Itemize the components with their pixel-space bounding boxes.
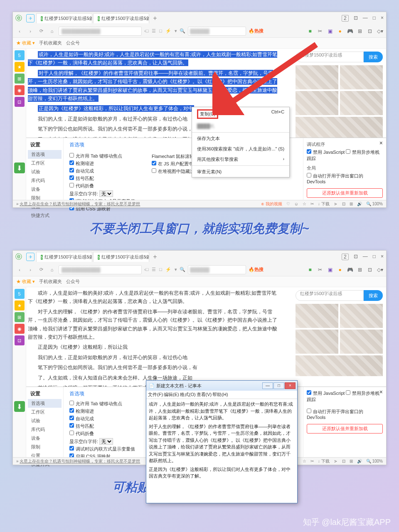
hot-search-button[interactable]: 🔥热搜 [249, 266, 264, 273]
nav-item[interactable]: 工作区 [28, 159, 62, 167]
box-icon[interactable]: ⊡ [366, 27, 374, 35]
nav-item[interactable]: 限制 [28, 443, 62, 451]
tab-close-icon[interactable]: × [144, 254, 147, 260]
thumbnail[interactable] [296, 117, 383, 138]
nav-item[interactable]: 设备 [28, 185, 62, 194]
menu-inspect[interactable]: 审查元素(N) [192, 167, 289, 177]
checkbox-row[interactable]: 禁用 JavaScript [307, 150, 345, 155]
status-icon[interactable]: ✂ [310, 202, 314, 206]
fav-button[interactable]: ★ 收藏 ▾ [16, 278, 35, 285]
nav-item[interactable]: 试验 [28, 167, 62, 176]
thumbnail[interactable] [340, 330, 383, 354]
np-min-icon[interactable]: — [262, 382, 273, 389]
gzh-link[interactable]: 公众号 [66, 278, 80, 285]
close-icon[interactable]: × [381, 15, 384, 22]
side-icon-1[interactable]: 5 [15, 289, 25, 299]
volume-icon[interactable]: 🔊 [357, 459, 362, 463]
sidebar-search-input[interactable]: 红楼梦1500字读后感 [296, 290, 364, 301]
ext-icon[interactable]: ■ [306, 27, 314, 35]
restore-defaults-button[interactable]: 还原默认值并重新加载 [307, 188, 383, 198]
status-icon[interactable]: ⊡ [342, 459, 345, 463]
article-body[interactable]: 或许，人生是如诗一般的美好;或许，人生是跌宕起伏一般的有悲有喜;或许，人生如戏剧… [28, 289, 277, 394]
side-icon-5[interactable]: ⊡ [15, 335, 25, 345]
checkbox-row[interactable]: 检测缩进 [69, 160, 135, 167]
np-max-icon[interactable]: □ [273, 382, 284, 389]
side-icon-2[interactable]: ★ [15, 300, 25, 310]
side-icon-3[interactable]: ⊞ [15, 312, 25, 322]
dot-icon[interactable]: ● [336, 27, 344, 35]
sidebar-search-button[interactable]: 搜索 [364, 52, 383, 62]
speed-icon[interactable]: ⪢ [334, 202, 338, 206]
status-icon[interactable]: ☺ [294, 202, 298, 206]
whitespace-select[interactable]: 无 [99, 438, 113, 445]
more-icon[interactable]: ◇▾ [376, 27, 384, 35]
sidebar-search-button[interactable]: 搜索 [364, 290, 383, 301]
app-icon[interactable]: ⊞ [356, 266, 364, 273]
tab-close-icon[interactable]: × [87, 16, 90, 22]
np-menu-format[interactable]: 格式(O) [180, 392, 196, 398]
checkbox-row[interactable]: 自动打开用于弹出窗口的 DevTools [307, 409, 383, 420]
game-icon[interactable]: 🎮 [346, 27, 354, 35]
devtools-close-icon[interactable]: × [379, 140, 383, 146]
url-input[interactable]: ████████████ [59, 265, 142, 274]
thumbnail[interactable] [296, 91, 338, 115]
tab-2[interactable]: 5红楼梦1500字读后感5篇× [93, 13, 149, 23]
download-button[interactable]: ⬇ [14, 163, 25, 173]
checkbox-row[interactable]: 括号匹配 [69, 175, 135, 182]
reload-icon[interactable]: ⟳ [37, 266, 45, 274]
menu-other-search[interactable]: 用其他搜索引擎搜索› [192, 154, 289, 165]
grid-icon[interactable]: ▣ [326, 266, 334, 273]
scissors-icon[interactable]: ✂ [316, 27, 324, 35]
scissors-icon[interactable]: ✂ [316, 266, 324, 273]
tab-2[interactable]: 5红楼梦1500字读后感5篇× [93, 252, 149, 262]
thumbnail[interactable] [296, 304, 338, 328]
download-link[interactable]: ↓ 下载 [318, 458, 330, 464]
status-icon[interactable]: ⊞ [350, 459, 353, 463]
status-icon[interactable]: ☆ [303, 202, 306, 206]
restore-defaults-button[interactable]: 还原默认值并重新加载 [307, 424, 383, 433]
more-icon[interactable]: ◇▾ [376, 266, 384, 273]
side-icon-3[interactable]: ⊞ [15, 74, 25, 84]
nav-item[interactable]: 首选项 [28, 399, 62, 408]
nav-item[interactable]: 首选项 [28, 150, 62, 159]
status-icon[interactable]: ⊡ [342, 202, 345, 206]
se-icon[interactable]: ✈ [26, 14, 34, 22]
np-close-icon[interactable]: × [285, 382, 296, 389]
new-tab-button[interactable]: + [150, 15, 160, 22]
minimize-icon[interactable]: — [363, 15, 368, 22]
side-icon-1[interactable]: 5 [15, 50, 25, 60]
np-menu-edit[interactable]: 编辑(E) [164, 392, 179, 398]
zoom-label[interactable]: 🔍 100% [366, 459, 383, 463]
np-menu-file[interactable]: 文件(F) [148, 392, 163, 398]
nav-item[interactable]: 快捷方式 [28, 211, 62, 220]
download-link[interactable]: ↓ 下载 [318, 201, 330, 207]
search-input[interactable]: ██████ [188, 265, 246, 274]
back-icon[interactable]: ‹ [15, 266, 24, 274]
speed-icon[interactable]: ⪢ [334, 459, 338, 463]
menu-copy[interactable]: 复制(C)Ctrl+C [192, 107, 289, 121]
app-icon[interactable]: ⊞ [356, 27, 364, 35]
search-input[interactable]: ██████ [188, 27, 246, 36]
side-icon-5[interactable]: ⊡ [15, 97, 25, 107]
status-text[interactable]: » 火星上存在生命？机遇号拍到神秘蝴蝶，专家：移民火星不是梦想 [16, 458, 140, 464]
status-icon[interactable]: ⊞ [350, 202, 353, 206]
menu-360-search[interactable]: 使用360搜索搜索 "或许，人生是如诗..." (S) [192, 144, 289, 154]
checkbox-row[interactable]: 禁用 JavaScript [307, 391, 345, 396]
checkbox-row[interactable]: 自动完成 [69, 168, 135, 174]
reload-icon[interactable]: ⟳ [37, 27, 45, 35]
notepad-titlebar[interactable]: 📄 新建文本文档 - 记事本 —□× [146, 381, 297, 391]
whitespace-select[interactable]: 无 [99, 190, 113, 197]
grid-icon[interactable]: ▣ [326, 27, 334, 35]
tab-close-icon[interactable]: × [87, 254, 90, 260]
devtools-close-icon[interactable]: × [379, 389, 383, 395]
checkbox-row[interactable]: 代码折叠 [69, 183, 135, 189]
status-icon[interactable]: ☆ [303, 459, 306, 463]
home-icon[interactable]: ⌂ [48, 27, 56, 35]
menu-item[interactable]: ████机 [192, 121, 289, 131]
thumbnail[interactable] [340, 304, 383, 328]
status-text[interactable]: » 火星上存在生命？机遇号拍到神秘蝴蝶，专家：移民火星不是梦想 [16, 201, 140, 207]
close-icon[interactable]: × [381, 254, 384, 260]
checkbox-row[interactable]: 允许用 Tab 键移动焦点 [69, 153, 135, 159]
forward-icon[interactable]: › [26, 27, 34, 35]
thumbnail[interactable] [340, 65, 383, 89]
